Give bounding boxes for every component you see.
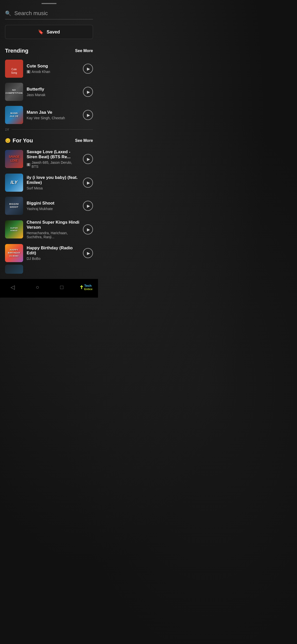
song-thumb-cute-song: CuteSong bbox=[5, 60, 23, 78]
song-title-butterfly: Butterfly bbox=[27, 87, 79, 92]
saved-section: 🔖 Saved bbox=[0, 21, 98, 43]
play-button-ily[interactable]: ▶ bbox=[83, 178, 93, 188]
song-item-cute-song[interactable]: CuteSong Cute Song E Aroob Khan ▶ bbox=[0, 57, 98, 80]
song-item-hidden[interactable] bbox=[0, 265, 98, 274]
trending-header: Trending See More bbox=[0, 43, 98, 57]
song-info-ily: ily (i love you baby) (feat. Emilee) Sur… bbox=[27, 175, 79, 190]
bottom-nav: ◁ ○ □ ✝ Tech Entice bbox=[0, 279, 98, 298]
logo-cross-icon: ✝ bbox=[79, 284, 84, 290]
saved-button[interactable]: 🔖 Saved bbox=[5, 25, 93, 39]
play-button-butterfly[interactable]: ▶ bbox=[83, 87, 93, 97]
play-button-biggini-shoot[interactable]: ▶ bbox=[83, 201, 93, 211]
play-icon: ▶ bbox=[87, 227, 90, 232]
song-title-biggini-shoot: Biggini Shoot bbox=[27, 201, 79, 206]
for-you-title: For You bbox=[13, 137, 33, 144]
song-item-biggini-shoot[interactable]: BIGGINISHOOT Biggini Shoot Yashraj Mukha… bbox=[0, 194, 98, 217]
play-icon: ▶ bbox=[87, 157, 90, 162]
back-button[interactable]: ◁ bbox=[6, 282, 20, 293]
song-info-savage-love: Savage Love (Laxed - Siren Beat) (BTS Re… bbox=[27, 149, 79, 169]
play-button-cute-song[interactable]: ▶ bbox=[83, 64, 93, 74]
song-thumb-happy-birthday: HAPPYBIRTHDAYDJ-BOBO bbox=[5, 244, 23, 262]
search-icon: 🔍 bbox=[5, 10, 11, 16]
song-thumb-butterfly: NoCompetition bbox=[5, 83, 23, 101]
song-artist-biggini-shoot: Yashraj Mukhate bbox=[27, 207, 53, 211]
saved-label: Saved bbox=[46, 29, 60, 35]
song-artist-mann-jaa-ve: Kay Vee Singh, Cheetah bbox=[27, 116, 65, 120]
trending-see-more[interactable]: See More bbox=[75, 49, 93, 53]
speed-indicator: 1X bbox=[5, 128, 9, 131]
logo-sub-text: Entice bbox=[84, 288, 92, 291]
song-info-butterfly: Butterfly Jass Manak bbox=[27, 87, 79, 97]
play-button-savage-love[interactable]: ▶ bbox=[83, 154, 93, 164]
song-thumb-savage-love: SAVAGELOVE bbox=[5, 150, 23, 168]
play-button-csk[interactable]: ▶ bbox=[83, 224, 93, 234]
for-you-see-more[interactable]: See More bbox=[75, 138, 93, 143]
search-container: 🔍 Search music bbox=[0, 6, 98, 21]
for-you-icon: 😊 bbox=[5, 138, 11, 143]
song-item-mann-jaa-ve[interactable]: MannJaa Ve Mann Jaa Ve Kay Vee Singh, Ch… bbox=[0, 103, 98, 127]
song-title-happy-birthday: Happy Birthday (Radio Edit) bbox=[27, 246, 79, 256]
logo-brand-text: Tech bbox=[84, 284, 91, 288]
song-artist-ily: Surf Mesa bbox=[27, 186, 43, 190]
playback-divider: 1X bbox=[0, 127, 98, 132]
song-artist-butterfly: Jass Manak bbox=[27, 93, 45, 97]
divider-line bbox=[12, 129, 93, 130]
song-thumb-ily: ily bbox=[5, 174, 23, 192]
song-item-butterfly[interactable]: NoCompetition Butterfly Jass Manak ▶ bbox=[0, 80, 98, 103]
bookmark-icon: 🔖 bbox=[38, 29, 43, 35]
play-icon: ▶ bbox=[87, 90, 90, 94]
song-title-cute-song: Cute Song bbox=[27, 64, 79, 69]
play-icon: ▶ bbox=[87, 251, 90, 256]
home-button[interactable]: ○ bbox=[31, 282, 44, 293]
song-title-ily: ily (i love you baby) (feat. Emilee) bbox=[27, 175, 79, 185]
play-icon: ▶ bbox=[87, 113, 90, 117]
song-thumb-hidden bbox=[5, 265, 23, 274]
play-button-mann-jaa-ve[interactable]: ▶ bbox=[83, 110, 93, 120]
trending-title: Trending bbox=[5, 48, 28, 54]
song-item-savage-love[interactable]: SAVAGELOVE Savage Love (Laxed - Siren Be… bbox=[0, 147, 98, 171]
search-placeholder[interactable]: Search music bbox=[14, 10, 48, 17]
song-item-ily[interactable]: ily ily (i love you baby) (feat. Emilee)… bbox=[0, 171, 98, 194]
song-info-csk: Chenni Super Kings Hindi Verson Hemachan… bbox=[27, 220, 79, 239]
play-icon: ▶ bbox=[87, 66, 90, 71]
song-thumb-biggini-shoot: BIGGINISHOOT bbox=[5, 197, 23, 215]
song-artist-cute-song: Aroob Khan bbox=[32, 70, 50, 74]
explicit-badge-savage: E bbox=[27, 163, 30, 166]
tech-entice-logo: ✝ Tech Entice bbox=[79, 284, 92, 291]
song-thumb-mann-jaa-ve: MannJaa Ve bbox=[5, 106, 23, 124]
song-info-mann-jaa-ve: Mann Jaa Ve Kay Vee Singh, Cheetah bbox=[27, 110, 79, 120]
song-info-cute-song: Cute Song E Aroob Khan bbox=[27, 64, 79, 74]
song-item-happy-birthday[interactable]: HAPPYBIRTHDAYDJ-BOBO Happy Birthday (Rad… bbox=[0, 242, 98, 265]
play-icon: ▶ bbox=[87, 180, 90, 185]
song-info-happy-birthday: Happy Birthday (Radio Edit) DJ BoBo bbox=[27, 246, 79, 261]
drag-handle bbox=[0, 0, 98, 6]
recent-button[interactable]: □ bbox=[55, 282, 68, 293]
song-title-csk: Chenni Super Kings Hindi Verson bbox=[27, 220, 79, 230]
song-item-csk[interactable]: SuperKings Chenni Super Kings Hindi Vers… bbox=[0, 217, 98, 242]
search-bar[interactable]: 🔍 Search music bbox=[5, 10, 93, 19]
song-title-savage-love: Savage Love (Laxed - Siren Beat) (BTS Re… bbox=[27, 149, 79, 159]
play-button-happy-birthday[interactable]: ▶ bbox=[83, 248, 93, 258]
song-artist-csk: Hemachandra, Harichaan, Suchithra, Ranji… bbox=[27, 231, 79, 239]
song-info-biggini-shoot: Biggini Shoot Yashraj Mukhate bbox=[27, 201, 79, 211]
song-artist-savage-love: Jawsh 685, Jason Derulo, BTS bbox=[32, 160, 79, 169]
song-artist-happy-birthday: DJ BoBo bbox=[27, 257, 40, 261]
play-icon: ▶ bbox=[87, 204, 90, 208]
for-you-header: 😊 For You See More bbox=[0, 132, 98, 147]
song-title-mann-jaa-ve: Mann Jaa Ve bbox=[27, 110, 79, 115]
song-thumb-csk: SuperKings bbox=[5, 220, 23, 238]
explicit-badge: E bbox=[27, 70, 30, 73]
